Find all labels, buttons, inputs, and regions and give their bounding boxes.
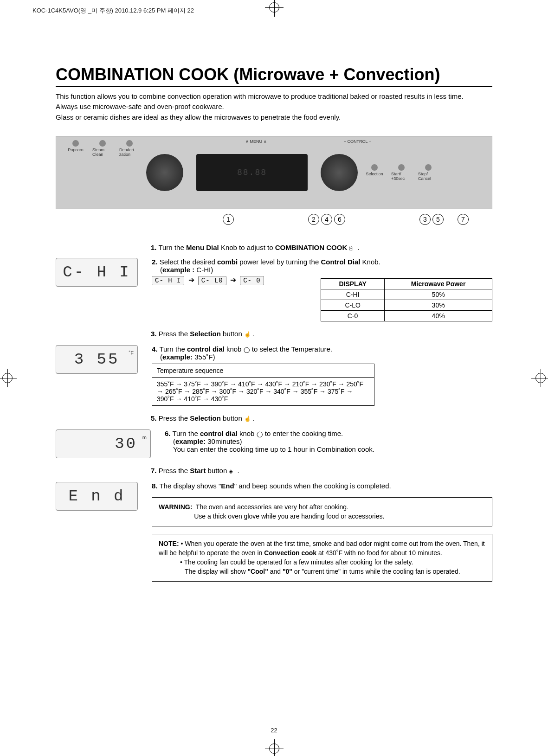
note-text: • The cooling fan could be operated for … xyxy=(180,558,413,566)
table-cell: 30% xyxy=(385,300,492,310)
step-number: 7. xyxy=(151,467,157,474)
step-circle: 3 xyxy=(419,214,431,225)
menu-knob-label: ∨ MENU ∧ xyxy=(245,139,267,144)
step-text: Turn the xyxy=(158,243,186,251)
intro-line: Glass or ceramic dishes are ideal as the… xyxy=(56,113,492,122)
step-text: Knob. xyxy=(360,258,380,266)
dial-icon: ◯ xyxy=(257,431,263,437)
step-text-bold: control dial xyxy=(187,345,225,353)
page-number: 22 xyxy=(271,727,277,734)
intro-paragraph: This function allows you to combine conv… xyxy=(56,92,492,122)
step-text: to enter the cooking time. xyxy=(263,429,343,437)
oven-display-sample-355: 3 55˚F xyxy=(56,345,138,374)
selection-icon: ☝ xyxy=(244,331,251,338)
table-header-cell: Temperature sequence xyxy=(152,364,374,377)
step-number: 1. xyxy=(151,243,157,251)
step-circle: 7 xyxy=(458,214,469,225)
step-text: button xyxy=(206,467,229,474)
print-file-header: KOC-1C4K5AVO(영 _미 주향) 2010.12.9 6:25 PM … xyxy=(28,2,194,17)
step-text: The display shows " xyxy=(159,482,221,490)
dial-icon: ◯ xyxy=(244,346,250,353)
step-number: 3. xyxy=(151,330,157,338)
start-icon: ◈ xyxy=(229,468,235,474)
step-text: Turn the xyxy=(159,345,187,353)
note-text: and xyxy=(268,568,283,575)
step-text: Press the xyxy=(159,467,190,474)
step-text: Press the xyxy=(159,414,190,422)
example-label: example: xyxy=(162,353,193,361)
panel-button-start: Start/ +30sec xyxy=(391,164,412,181)
step-text: knob xyxy=(225,345,244,353)
warning-line: Use a thick oven glove while you are han… xyxy=(194,513,384,520)
table-cell: C-0 xyxy=(321,310,385,321)
control-dial-knob xyxy=(321,154,358,191)
example-value: 30minutes xyxy=(206,437,239,445)
table-cell: 40% xyxy=(385,310,492,321)
step-number: 8. xyxy=(152,482,158,490)
note-label: NOTE: xyxy=(159,540,179,547)
step-number: 6. xyxy=(165,429,171,437)
example-label: example: xyxy=(175,437,206,445)
step-circle: 4 xyxy=(321,214,332,225)
example-value: 355˚F xyxy=(193,353,213,361)
arrow-icon: ➔ xyxy=(188,276,194,284)
step-text-bold: control dial xyxy=(200,429,238,437)
menu-dial-knob xyxy=(146,154,183,191)
step-text-bold: End xyxy=(221,482,234,490)
step-circle: 6 xyxy=(334,214,345,225)
table-body-cell: 355˚F → 375˚F → 390˚F → 410˚F → 430˚F → … xyxy=(152,377,374,405)
control-knob-label: – CONTROL + xyxy=(344,139,371,144)
table-header: DISPLAY xyxy=(321,278,385,289)
step-text: Press the xyxy=(159,330,190,338)
step-circle: 2 xyxy=(308,214,319,225)
step-number: 4. xyxy=(152,345,158,353)
step-text: knob xyxy=(238,429,257,437)
registration-mark-right xyxy=(531,369,548,387)
note-text-bold: "Cool" xyxy=(247,568,268,575)
small-display-chip: C- L0 xyxy=(198,276,226,285)
step-text: " and beep sounds when the cooking is co… xyxy=(234,482,391,490)
oven-display-illustration: 88.88 xyxy=(196,154,308,191)
panel-button-deodorization: Deodori- zation xyxy=(119,140,140,157)
table-cell: C-LO xyxy=(321,300,385,310)
step-text-bold: Control Dial xyxy=(321,258,360,266)
small-display-chip: C- H I xyxy=(152,276,184,285)
small-display-chip: C- 0 xyxy=(240,276,264,285)
oven-display-sample-30m: 30m xyxy=(56,429,151,458)
example-value: C-HI xyxy=(194,266,211,274)
table-header: Microwave Power xyxy=(385,278,492,289)
step-text-bold: combi xyxy=(217,258,238,266)
step-number: 2. xyxy=(152,258,158,266)
step-text: button xyxy=(221,414,244,422)
step-text: power level by turning the xyxy=(238,258,321,266)
step-text: Turn the xyxy=(172,429,200,437)
unit-m: m xyxy=(142,435,147,440)
step-text-bold: COMBINATION COOK xyxy=(275,243,348,251)
step-note: You can enter the cooking time up to 1 h… xyxy=(173,445,492,453)
note-text-bold: "0" xyxy=(283,568,292,575)
step-text: Knob to adjust to xyxy=(219,243,275,251)
step-text-bold: Menu Dial xyxy=(186,243,219,251)
step-text-bold: Selection xyxy=(190,330,221,338)
step-circle: 1 xyxy=(223,214,234,225)
table-cell: 50% xyxy=(385,289,492,300)
step-circle: 5 xyxy=(432,214,444,225)
registration-mark-left xyxy=(0,369,17,387)
note-text: or "current time" in turns while the coo… xyxy=(292,568,460,575)
unit-f: ˚F xyxy=(129,350,134,356)
example-label: example : xyxy=(162,266,194,274)
microwave-power-table: DISPLAY Microwave Power C-HI50% C-LO30% … xyxy=(321,278,492,321)
table-cell: C-HI xyxy=(321,289,385,300)
note-text: at 430˚F with no food for about 10 minut… xyxy=(316,549,442,557)
step-number-callouts: 1 2 4 6 3 5 7 xyxy=(56,214,492,225)
note-text: The display will show xyxy=(185,568,247,575)
warning-box: WARNING: The oven and accessories are ve… xyxy=(152,497,492,526)
intro-line: Always use microwave-safe and oven-proof… xyxy=(56,102,492,111)
step-number: 5. xyxy=(151,414,157,422)
step-text: Select the desired xyxy=(160,258,217,266)
warning-line: The oven and accessories are very hot af… xyxy=(196,503,348,511)
step-text: button xyxy=(221,330,244,338)
selection-icon: ☝ xyxy=(244,416,251,422)
step-text-bold: Selection xyxy=(190,414,221,422)
panel-button-stop-cancel: Stop/ Cancel xyxy=(418,164,438,181)
